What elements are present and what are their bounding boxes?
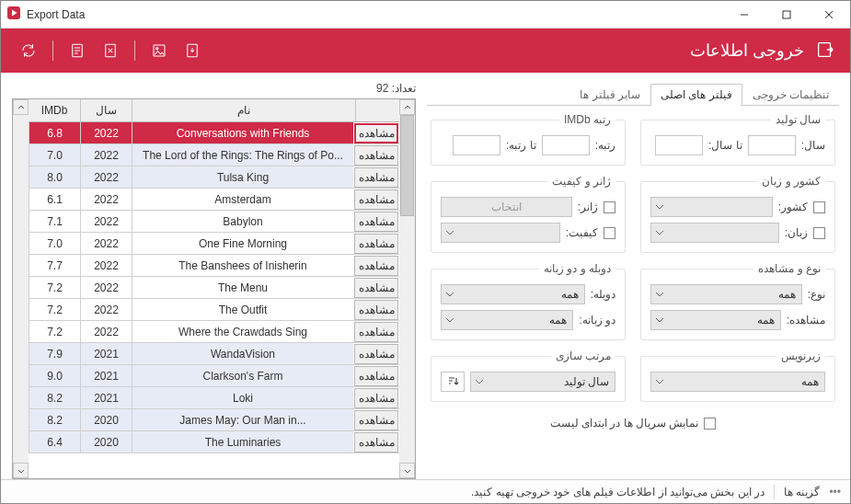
options-menu-dots[interactable]: ••• <box>829 486 841 498</box>
cell-imdb: 8.2 <box>29 387 80 408</box>
maximize-button[interactable] <box>765 1 808 29</box>
cell-name: The Menu <box>132 277 353 298</box>
country-select[interactable]: . <box>650 197 773 217</box>
chevron-down-icon <box>475 377 484 386</box>
genre-checkbox[interactable] <box>604 201 615 213</box>
export-file-button[interactable] <box>179 38 205 63</box>
view-button[interactable]: مشاهده <box>354 167 398 188</box>
header-name[interactable]: نام <box>132 99 355 121</box>
options-label[interactable]: گزینه ها <box>784 486 820 498</box>
tab-export-settings[interactable]: تنظیمات خروجی <box>742 84 839 106</box>
window-title: Export Data <box>27 8 85 21</box>
country-checkbox[interactable] <box>813 201 825 213</box>
subtitle-select[interactable]: همه <box>650 372 825 392</box>
header-imdb[interactable]: IMDb <box>29 99 80 121</box>
view-button[interactable]: مشاهده <box>354 366 398 386</box>
group-dub-bilang: دوبله و دو زبانه دوبله: همه دو زبانه: هم… <box>431 262 626 340</box>
quality-select[interactable]: . <box>441 223 560 243</box>
scroll-down-button[interactable] <box>399 463 415 478</box>
table-row[interactable]: مشاهدهClarkson's Farm20219.0 <box>29 365 399 387</box>
table-row[interactable]: مشاهدهOne Fine Morning20227.0 <box>29 233 399 255</box>
view-button[interactable]: مشاهده <box>354 212 398 232</box>
cell-year: 2022 <box>80 122 132 143</box>
export-excel-button[interactable] <box>98 38 123 63</box>
serials-first-checkbox[interactable] <box>704 418 716 430</box>
lang-select[interactable]: . <box>650 223 779 243</box>
quality-checkbox[interactable] <box>604 227 615 239</box>
type-select[interactable]: همه <box>650 284 802 304</box>
view-button[interactable]: مشاهده <box>354 278 398 298</box>
view-select[interactable]: همه <box>650 310 781 330</box>
cell-year: 2022 <box>80 189 132 210</box>
sort-select[interactable]: سال تولید <box>470 372 615 392</box>
group-imdb-legend: رتبه IMDb <box>559 113 615 126</box>
scroll-up-button[interactable] <box>13 99 29 115</box>
header-year[interactable]: سال <box>80 99 132 121</box>
table-row[interactable]: مشاهدهConversations with Friends20226.8 <box>29 122 399 144</box>
rank-to-input[interactable] <box>453 135 500 155</box>
view-button[interactable]: مشاهده <box>354 322 398 342</box>
svg-point-13 <box>156 48 158 50</box>
rank-from-input[interactable] <box>542 135 590 155</box>
table-row[interactable]: مشاهدهWandaVision20217.9 <box>29 343 399 365</box>
view-button[interactable]: مشاهده <box>354 344 398 364</box>
tab-other-filters[interactable]: سایر فیلتر ها <box>569 84 650 106</box>
cell-year: 2022 <box>80 277 132 298</box>
svg-rect-2 <box>783 11 790 18</box>
scroll-thumb[interactable] <box>400 115 414 216</box>
cell-year: 2022 <box>80 299 132 320</box>
year-from-input[interactable] <box>748 135 796 155</box>
table-row[interactable]: مشاهدهThe Menu20227.2 <box>29 277 399 299</box>
table-row[interactable]: مشاهدهTulsa King20228.0 <box>29 166 399 189</box>
sort-direction-button[interactable] <box>441 372 465 392</box>
header-view[interactable] <box>355 99 399 121</box>
table-row[interactable]: مشاهدهWhere the Crawdads Sing20227.2 <box>29 321 399 343</box>
scroll-down-button[interactable] <box>13 463 29 478</box>
view-button[interactable]: مشاهده <box>354 189 398 210</box>
table-row[interactable]: مشاهدهAmsterdam20226.1 <box>29 189 399 211</box>
scroll-track[interactable] <box>399 115 415 463</box>
view-button[interactable]: مشاهده <box>354 432 398 452</box>
sort-desc-icon <box>446 375 459 388</box>
view-button[interactable]: مشاهده <box>354 123 398 143</box>
view-button[interactable]: مشاهده <box>354 256 398 276</box>
left-scrollbar[interactable] <box>13 99 29 478</box>
table-row[interactable]: مشاهدهThe Lord of the Rings: The Rings o… <box>29 144 399 166</box>
export-text-button[interactable] <box>64 38 90 63</box>
dub-select[interactable]: همه <box>441 284 585 304</box>
bilang-select[interactable]: همه <box>441 310 573 330</box>
view-button[interactable]: مشاهده <box>354 145 398 166</box>
cell-imdb: 7.2 <box>29 299 80 320</box>
tabs: تنظیمات خروجی فیلتر های اصلی سایر فیلتر … <box>427 82 839 106</box>
header: خروجی اطلاعات <box>1 29 850 73</box>
minimize-button[interactable] <box>723 1 765 29</box>
year-to-input[interactable] <box>655 135 703 155</box>
table-row[interactable]: مشاهدهBabylon20227.1 <box>29 211 399 233</box>
view-label: مشاهده: <box>787 314 825 326</box>
view-button[interactable]: مشاهده <box>354 234 398 254</box>
view-button[interactable]: مشاهده <box>354 410 398 430</box>
serials-first-label: نمایش سریال ها در ابتدای لیست <box>550 417 699 430</box>
cell-imdb: 8.2 <box>29 409 80 430</box>
group-subtitle: زیرنویس همه <box>640 349 835 402</box>
right-scrollbar[interactable] <box>399 99 415 478</box>
export-image-button[interactable] <box>146 38 172 63</box>
scroll-up-button[interactable] <box>399 99 415 115</box>
cell-imdb: 6.8 <box>29 122 80 143</box>
table-row[interactable]: مشاهدهThe Luminaries20206.4 <box>29 431 399 453</box>
refresh-button[interactable] <box>16 38 41 63</box>
close-button[interactable] <box>808 1 850 29</box>
view-button[interactable]: مشاهده <box>354 300 398 320</box>
table-row[interactable]: مشاهدهJames May: Our Man in...20208.2 <box>29 409 399 431</box>
table-row[interactable]: مشاهدهThe Banshees of Inisherin20227.7 <box>29 255 399 277</box>
lang-checkbox[interactable] <box>813 227 825 239</box>
cell-name: James May: Our Man in... <box>132 409 353 430</box>
view-button[interactable]: مشاهده <box>354 388 398 408</box>
table-row[interactable]: مشاهدهLoki20218.2 <box>29 387 399 409</box>
chevron-down-icon <box>445 228 454 237</box>
tab-main-filters[interactable]: فیلتر های اصلی <box>650 84 742 106</box>
table-row[interactable]: مشاهدهThe Outfit20227.2 <box>29 299 399 321</box>
genre-button[interactable]: انتخاب <box>441 197 572 217</box>
scroll-track[interactable] <box>13 115 29 463</box>
group-subtitle-legend: زیرنویس <box>776 349 825 362</box>
